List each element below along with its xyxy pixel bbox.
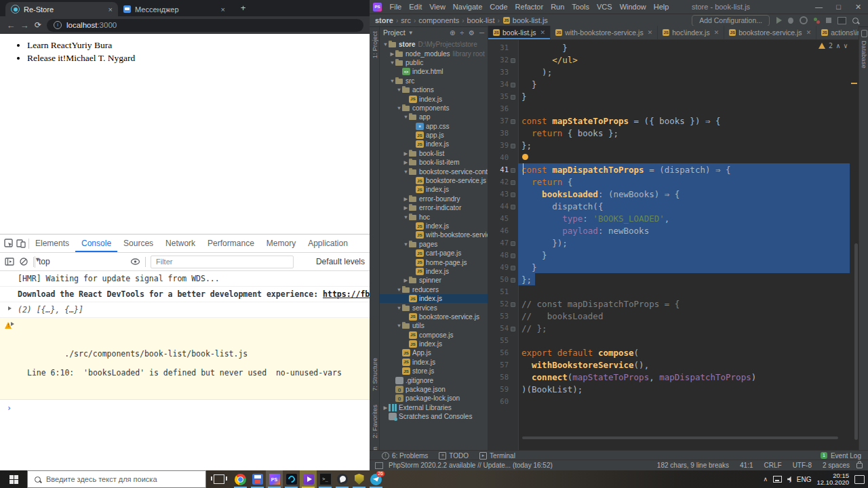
fold-marker-icon[interactable] [509,79,517,89]
language-indicator[interactable]: ENG [797,476,812,483]
breadcrumb-file[interactable]: book-list.js [512,16,549,24]
tree-item-app-js[interactable]: JSApp.js [380,348,488,357]
fold-marker-icon[interactable] [509,238,517,248]
toolwindow-problems[interactable]: !6: Problems [382,452,428,460]
tree-item-app-css[interactable]: ≡app.css [380,122,488,131]
notification-center-icon[interactable] [854,475,865,484]
status-line-endings[interactable]: CRLF [764,462,782,469]
start-button[interactable] [0,470,27,488]
tree-item-home-page-js[interactable]: JShome-page.js [380,258,488,266]
tree-item-index-js[interactable]: JSindex.js [380,294,488,303]
eye-icon[interactable] [130,258,140,266]
forward-icon[interactable]: → [20,21,29,30]
menu-vcs[interactable]: VCS [593,3,616,11]
taskbar-app-cmd[interactable]: >_ [317,470,334,488]
fold-marker-icon[interactable] [509,177,517,187]
menu-refactor[interactable]: Refactor [511,3,547,11]
tree-item-store-js[interactable]: JSstore.js [380,367,488,375]
chevron-right-icon[interactable]: ▶ [403,159,409,165]
tray-expand-icon[interactable]: ∧ [764,476,768,483]
fold-marker-icon[interactable] [509,323,517,333]
toolwindow-terminal[interactable]: ▸Terminal [479,452,515,460]
tree-item-index-js[interactable]: JSindex.js [380,267,488,276]
chevron-right-icon[interactable]: ▶ [403,277,409,283]
fold-marker-icon[interactable] [509,140,517,150]
toolwindow-todo[interactable]: ≡TODO [439,452,469,460]
tree-item-src[interactable]: ▼src [380,77,488,85]
site-info-icon[interactable]: i [54,21,62,29]
intention-bulb-icon[interactable] [522,154,528,160]
tree-item-node-modules[interactable]: ▶node_moduleslibrary root [380,49,488,58]
fold-marker-icon[interactable] [509,92,517,102]
tab-close-icon[interactable]: × [108,5,113,14]
tree-item-book-list[interactable]: ▶book-list [380,149,488,158]
taskbar-app-player[interactable] [300,470,317,488]
back-icon[interactable]: ← [6,21,16,30]
commit-icon[interactable] [814,18,820,24]
menu-file[interactable]: File [386,3,406,11]
fold-marker-icon[interactable] [509,201,517,211]
tree-item-index-js[interactable]: JSindex.js [380,140,488,148]
fold-marker-icon[interactable] [509,299,517,309]
chevron-right-icon[interactable]: ▶ [382,405,389,411]
fold-marker-icon[interactable] [509,189,517,199]
taskbar-app-chrome[interactable] [232,470,249,488]
tree-item-app-js[interactable]: JSapp.js [380,131,488,140]
tree-item-external-libraries[interactable]: ▶External Libraries [380,403,488,412]
menu-tools[interactable]: Tools [568,3,593,11]
chevron-right-icon[interactable]: ▶ [403,205,409,211]
inspection-widget[interactable]: 2 ∧ ∨ [818,42,848,49]
add-configuration-button[interactable]: Add Configuration... [692,15,770,26]
taskbar-app-shield[interactable] [351,470,368,488]
chevron-down-icon[interactable]: ▼ [403,214,409,220]
stop-icon[interactable] [826,18,831,23]
tool-stripe-database[interactable]: Database [861,41,868,68]
devtools-tab-performance[interactable]: Performance [201,235,260,252]
coverage-icon[interactable] [800,16,808,24]
tree-item-public[interactable]: ▼public [380,58,488,67]
error-stripe-mark[interactable] [851,83,857,84]
tree-item-hoc[interactable]: ▼hoc [380,212,488,221]
tree-item-pages[interactable]: ▼pages [380,240,488,249]
console-sidebar-icon[interactable] [5,257,14,266]
chevron-down-icon[interactable]: ▼ [396,287,402,293]
fold-marker-icon[interactable] [509,262,517,272]
editor-tab-bookstore-service-js[interactable]: JSbookstore-service.js✕ [724,26,816,39]
tree-item-actions[interactable]: ▼actions [380,85,488,94]
tree-item-bookstore-service-js[interactable]: JSbookstore-service.js [380,312,488,321]
run-icon[interactable] [776,17,782,24]
expand-triangle-icon[interactable] [8,306,12,310]
volume-icon[interactable]: ) [787,476,791,483]
tab-close-icon[interactable]: × [221,5,225,14]
next-warning-icon[interactable]: ∨ [844,42,848,49]
chevron-down-icon[interactable]: ▼ [396,323,402,329]
tree-item-utils[interactable]: ▼utils [380,321,488,330]
chevron-down-icon[interactable]: ▼ [396,105,402,111]
network-icon[interactable] [773,476,782,483]
chevron-right-icon[interactable]: ▶ [389,51,395,57]
search-everywhere-icon[interactable] [852,18,859,24]
console-prompt[interactable]: › [0,400,370,415]
fold-marker-icon[interactable] [509,55,517,65]
chevron-right-icon[interactable]: ▶ [403,150,409,157]
chevron-down-icon[interactable]: ▼ [403,169,409,175]
fold-marker-icon[interactable] [509,116,517,126]
settings-gear-icon[interactable]: ⚙ [469,29,475,37]
console-warning-row[interactable]: ./src/components/book-list/book-list.js … [0,318,370,400]
tool-window-switcher-icon[interactable] [375,462,383,469]
menu-run[interactable]: Run [547,3,568,11]
project-panel-title[interactable]: Project [383,28,406,37]
tree-item-reducers[interactable]: ▼reducers [380,285,488,294]
tree-item-index-js[interactable]: JSindex.js [380,222,488,230]
clock[interactable]: 20:15 12.10.2020 [816,472,849,487]
tab-close-icon[interactable]: ✕ [714,29,719,36]
chevron-down-icon[interactable]: ▼ [403,114,409,120]
tree-item-book-list-item[interactable]: ▶book-list-item [380,158,488,167]
chevron-right-icon[interactable]: ▶ [403,196,409,202]
menu-navigate[interactable]: Navigate [449,3,486,11]
tree-item-bookstore-service-js[interactable]: JSbookstore-service.js [380,176,488,185]
chevron-down-icon[interactable]: ▼ [389,78,395,84]
tree-item-cart-page-js[interactable]: JScart-page.js [380,249,488,258]
event-log-button[interactable]: 1Event Log [821,452,861,460]
tree-item-index-js[interactable]: JSindex.js [380,94,488,103]
